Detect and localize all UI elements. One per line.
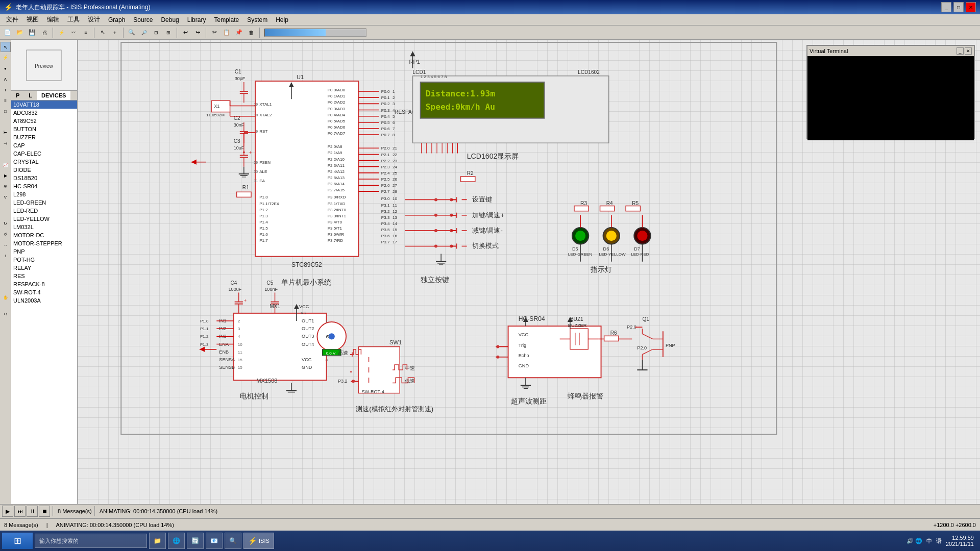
zoom-fit-button[interactable]: ⊡ [151,27,162,38]
component-tool[interactable]: ⚡ [1,53,11,63]
terminal-tool[interactable]: ⊢ [1,128,11,138]
device-item-l298[interactable]: L298 [11,190,77,198]
schematic-canvas[interactable]: U1 XTAL1 XTAL2 RST PSEN ALE EA 19 18 9 2… [78,40,980,504]
device-item-cap-elec[interactable]: CAP-ELEC [11,149,77,158]
menu-file[interactable]: 文件 [2,14,22,25]
menu-view[interactable]: 视图 [22,14,43,25]
flip-v-tool[interactable]: ↕ [1,251,11,261]
open-button[interactable]: 📂 [14,27,26,38]
junction-tool[interactable]: ● [1,63,11,73]
bus-button[interactable]: ≡ [80,27,91,38]
schematic-area[interactable]: U1 XTAL1 XTAL2 RST PSEN ALE EA 19 18 9 2… [78,40,980,504]
device-item-ds18b20[interactable]: DS18B20 [11,174,77,182]
menu-source[interactable]: Source [129,15,157,24]
wire-button[interactable]: 〰 [68,27,79,38]
device-item-led-green[interactable]: LED-GREEN [11,198,77,207]
add-comp-button[interactable]: + [109,27,120,38]
device-item-adc0832[interactable]: ADC0832 [11,109,77,117]
device-item-relay[interactable]: RELAY [11,264,77,272]
pan-tool[interactable]: ✋ [1,292,11,303]
gen-tool[interactable]: ≋ [1,181,11,191]
tab-p[interactable]: P [11,91,24,100]
device-item-lm032l[interactable]: LM032L [11,223,77,231]
rotate-ccw-tool[interactable]: ↺ [1,229,11,239]
device-item-pnp[interactable]: PNP [11,247,77,256]
component-button[interactable]: ⚡ [56,27,67,38]
vt-close[interactable]: ✕ [965,47,972,55]
device-item-sw-rot-4[interactable]: SW-ROT-4 [11,288,77,296]
device-item-led-red[interactable]: LED-RED [11,207,77,215]
menu-design[interactable]: 设计 [84,14,104,25]
print-button[interactable]: 🖨 [39,27,50,38]
taskbar-quicklaunch-edge[interactable]: 🌐 [168,533,185,549]
device-item-led-yellow[interactable]: LED-YELLOW [11,215,77,223]
device-item-10vatt18[interactable]: 10VATT18 [11,101,77,109]
systray-lang[interactable]: 语 [936,537,942,545]
menu-tools[interactable]: 工具 [63,14,84,25]
device-item-buzzer[interactable]: BUZZER [11,133,77,141]
tab-l[interactable]: L [24,91,37,100]
tape-tool[interactable]: ▶ [1,170,11,181]
close-button[interactable]: ✕ [966,2,976,12]
menu-library[interactable]: Library [183,15,210,24]
cut-button[interactable]: ✂ [209,27,220,38]
redo-button[interactable]: ↪ [192,27,203,38]
taskbar-quicklaunch-files[interactable]: 📁 [149,533,166,549]
device-item-uln2003a[interactable]: ULN2003A [11,296,77,305]
systray-ime[interactable]: 中 [926,537,932,545]
pause-button[interactable]: ⏸ [27,506,38,517]
new-button[interactable]: 📄 [2,27,13,38]
device-item-motor-dc[interactable]: MOTOR-DC [11,231,77,239]
device-item-pot-hg[interactable]: POT-HG [11,256,77,264]
taskbar-quicklaunch-mail[interactable]: 📧 [206,533,223,549]
zoom-in-button[interactable]: 🔍 [126,27,137,38]
select-button[interactable]: ↖ [97,27,108,38]
menu-graph[interactable]: Graph [104,15,129,24]
vt-minimize[interactable]: _ [957,47,964,55]
flip-h-tool[interactable]: ↔ [1,240,11,250]
undo-button[interactable]: ↩ [180,27,191,38]
taskbar-isis-app[interactable]: ⚡ ISIS [243,533,274,549]
play-button[interactable]: ▶ [2,506,13,517]
menu-debug[interactable]: Debug [157,15,183,24]
virtual-terminal[interactable]: Virtual Terminal _ ✕ [806,45,975,139]
bus-tool[interactable]: ≡ [1,95,11,106]
copy-button[interactable]: 📋 [221,27,232,38]
text-tool[interactable]: T [1,85,11,95]
device-item-cap[interactable]: CAP [11,141,77,149]
tab-devices[interactable]: DEVICES [37,91,70,100]
menu-help[interactable]: Help [272,15,292,24]
graph-tool[interactable]: 📈 [1,160,11,170]
device-item-res[interactable]: RES [11,272,77,280]
zoom-area-button[interactable]: ⊞ [163,27,174,38]
minimize-button[interactable]: _ [941,2,951,12]
rotate-cw-tool[interactable]: ↻ [1,218,11,229]
device-item-hc-sr04[interactable]: HC-SR04 [11,182,77,190]
volt-probe-tool[interactable]: V [1,192,11,202]
device-item-at89c52[interactable]: AT89C52 [11,117,77,125]
menu-template[interactable]: Template [210,15,243,24]
device-item-motor-stepper[interactable]: MOTOR-STEPPER [11,239,77,247]
device-item-crystal[interactable]: CRYSTAL [11,158,77,166]
taskbar-quicklaunch-refresh[interactable]: 🔄 [187,533,204,549]
taskbar-quicklaunch-search[interactable]: 🔍 [225,533,241,549]
device-item-button[interactable]: BUTTON [11,125,77,133]
speed-slider[interactable] [264,29,366,37]
menu-edit[interactable]: 编辑 [43,14,63,25]
zoom-tool[interactable]: +↕ [1,309,11,319]
save-button[interactable]: 💾 [27,27,38,38]
step-button[interactable]: ⏭ [14,506,26,517]
wire-label-tool[interactable]: A [1,74,11,84]
paste-button[interactable]: 📌 [233,27,244,38]
device-pin-tool[interactable]: ⊣ [1,138,11,148]
device-item-diode[interactable]: DIODE [11,166,77,174]
device-list[interactable]: 10VATT18 ADC0832 AT89C52 BUTTON BUZZER C… [11,101,77,504]
taskbar-search[interactable]: 输入你想搜索的 [35,534,147,548]
select-tool[interactable]: ↖ [1,42,11,52]
restore-button[interactable]: □ [953,2,964,12]
titlebar-controls[interactable]: _ □ ✕ [941,2,976,12]
stop-button[interactable]: ⏹ [39,506,50,517]
zoom-out-button[interactable]: 🔎 [138,27,150,38]
device-item-respack8[interactable]: RESPACK-8 [11,280,77,288]
delete-button[interactable]: 🗑 [246,27,257,38]
